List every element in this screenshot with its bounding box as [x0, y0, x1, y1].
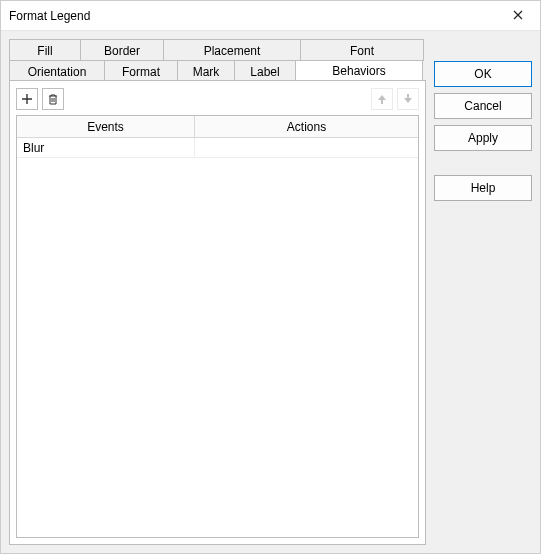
- tab-placement[interactable]: Placement: [163, 39, 301, 61]
- dialog-window: Format Legend Fill Border Placement Font…: [0, 0, 541, 554]
- tab-label: Mark: [193, 65, 220, 79]
- ok-button[interactable]: OK: [434, 61, 532, 87]
- tab-label: Font: [350, 44, 374, 58]
- client-area: Fill Border Placement Font Orientation F…: [1, 31, 540, 553]
- button-gap: [434, 157, 532, 169]
- tab-font[interactable]: Font: [300, 39, 424, 61]
- behaviors-grid: Events Actions Blur: [16, 115, 419, 538]
- trash-icon: [47, 93, 59, 105]
- dialog-buttons: OK Cancel Apply Help: [434, 39, 532, 545]
- window-title: Format Legend: [9, 9, 495, 23]
- button-label: Help: [471, 181, 496, 195]
- behaviors-toolbar: [16, 87, 419, 111]
- cell-event[interactable]: Blur: [17, 138, 195, 157]
- tab-area: Fill Border Placement Font Orientation F…: [9, 39, 426, 545]
- cell-action[interactable]: [195, 138, 418, 157]
- arrow-up-icon: [376, 93, 388, 105]
- tab-panel-behaviors: Events Actions Blur: [9, 80, 426, 545]
- tab-label: Behaviors: [332, 64, 385, 78]
- tab-label-tab[interactable]: Label: [234, 60, 296, 82]
- tab-format[interactable]: Format: [104, 60, 178, 82]
- col-header-actions[interactable]: Actions: [195, 116, 418, 137]
- tab-label: Placement: [204, 44, 261, 58]
- button-label: Cancel: [464, 99, 501, 113]
- tab-strip: Fill Border Placement Font Orientation F…: [9, 39, 426, 81]
- col-header-events[interactable]: Events: [17, 116, 195, 137]
- tab-label: Orientation: [28, 65, 87, 79]
- help-button[interactable]: Help: [434, 175, 532, 201]
- grid-body: Blur: [17, 138, 418, 537]
- move-down-button[interactable]: [397, 88, 419, 110]
- button-label: OK: [474, 67, 491, 81]
- move-up-button[interactable]: [371, 88, 393, 110]
- arrow-down-icon: [402, 93, 414, 105]
- tab-mark[interactable]: Mark: [177, 60, 235, 82]
- cancel-button[interactable]: Cancel: [434, 93, 532, 119]
- tab-label: Format: [122, 65, 160, 79]
- title-bar: Format Legend: [1, 1, 540, 31]
- close-button[interactable]: [495, 1, 540, 31]
- delete-button[interactable]: [42, 88, 64, 110]
- tab-orientation[interactable]: Orientation: [9, 60, 105, 82]
- tab-behaviors[interactable]: Behaviors: [295, 60, 423, 82]
- tab-fill[interactable]: Fill: [9, 39, 81, 61]
- tab-border[interactable]: Border: [80, 39, 164, 61]
- tab-label: Border: [104, 44, 140, 58]
- button-label: Apply: [468, 131, 498, 145]
- tab-label: Fill: [37, 44, 52, 58]
- tab-label: Label: [250, 65, 279, 79]
- close-icon: [513, 8, 523, 23]
- table-row[interactable]: Blur: [17, 138, 418, 158]
- plus-icon: [21, 93, 33, 105]
- apply-button[interactable]: Apply: [434, 125, 532, 151]
- add-button[interactable]: [16, 88, 38, 110]
- grid-header: Events Actions: [17, 116, 418, 138]
